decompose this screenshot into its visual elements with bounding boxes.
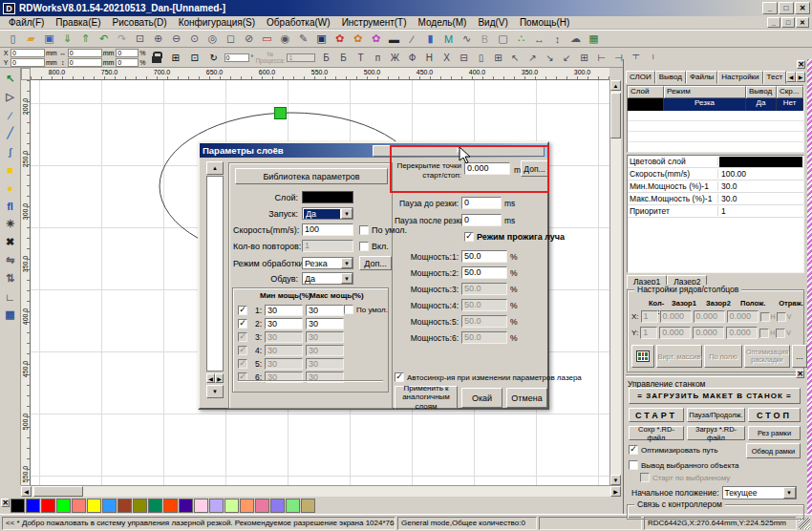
power-input[interactable]: 50.0 [461, 331, 507, 344]
minmax-default-checkbox[interactable] [344, 305, 353, 314]
output-selected-checkbox[interactable] [629, 460, 638, 470]
laser-enable-checkbox[interactable] [238, 346, 247, 355]
minimize-button[interactable]: _ [762, 2, 778, 14]
scroll-left-button[interactable] [21, 486, 32, 497]
same-size-icon[interactable]: ⊟ [455, 50, 472, 66]
scroll-down-button[interactable] [610, 475, 621, 485]
select-tool-icon[interactable]: ↖ [2, 70, 19, 88]
dim-height-icon[interactable]: ↕ [548, 31, 566, 47]
mirror-h-tool-icon[interactable]: ⇋ [2, 251, 19, 269]
new-file-icon[interactable]: ▯ [4, 31, 22, 47]
palette-swatch[interactable] [11, 499, 25, 513]
camera-icon[interactable]: ▬ [385, 31, 403, 47]
min-power-input[interactable]: 30 [265, 318, 303, 329]
min-power-input[interactable]: 30 [265, 331, 303, 343]
menu-item[interactable]: Вид(V) [472, 17, 513, 28]
bezier-tool-icon[interactable]: ʃ [2, 142, 19, 160]
min-power-input[interactable]: 30 [265, 345, 303, 356]
repeat-count-input[interactable]: 1 [302, 240, 353, 252]
layer-list[interactable] [206, 176, 224, 372]
min-power-input[interactable]: 30 [265, 358, 303, 370]
material-m-icon[interactable]: M [439, 31, 458, 47]
autosync-checkbox[interactable] [395, 372, 404, 382]
palette-swatch[interactable] [102, 499, 117, 513]
palette-swatch[interactable] [301, 499, 315, 513]
laser-pen-icon[interactable]: ∕ [403, 31, 421, 47]
palette-swatch[interactable] [26, 499, 40, 513]
laser-enable-checkbox[interactable] [238, 319, 247, 329]
start-selected-checkbox[interactable] [640, 473, 650, 482]
array-tool-icon[interactable]: ▦ [2, 306, 19, 324]
ellipse-tool-icon[interactable]: ● [2, 179, 19, 197]
green-square-shape[interactable] [274, 107, 287, 119]
layer-color-swatch[interactable] [302, 191, 353, 203]
page-setup-icon[interactable]: ⊡ [186, 50, 203, 66]
palette-swatch[interactable] [255, 499, 269, 513]
menu-item[interactable]: Правка(E) [50, 17, 106, 28]
curve-icon[interactable]: ∿ [458, 31, 476, 47]
cloud-icon[interactable]: ☁ [566, 31, 585, 47]
x-mirror-h-checkbox[interactable] [760, 312, 770, 322]
text-on-path-icon[interactable]: п [369, 50, 386, 66]
close-button[interactable]: ✕ [795, 2, 810, 14]
stop-button[interactable]: СТОП [748, 408, 801, 422]
optimize-path-checkbox[interactable] [629, 445, 638, 455]
palette-swatch[interactable] [194, 499, 208, 513]
align-top-left-icon[interactable]: ↖ [506, 50, 524, 66]
text-tool-icon[interactable]: fI [2, 197, 19, 215]
palette-swatch[interactable] [133, 499, 147, 513]
load-to-machine-button[interactable]: = ЗАГРУЗИТЬ МАКЕТ В СТАНОК = [629, 388, 801, 404]
array-preview-button[interactable] [631, 345, 654, 368]
layer-list-down-button[interactable] [206, 385, 224, 398]
layer-color-value-swatch[interactable] [719, 157, 802, 167]
palette-grid-icon[interactable]: ▦ [585, 31, 603, 47]
air-blow-select[interactable]: Да [302, 272, 353, 285]
stretch-v-icon[interactable]: ▯ [472, 50, 489, 66]
y-mirror-v-checkbox[interactable] [776, 329, 785, 338]
panel-tab[interactable]: Настройки [717, 71, 762, 84]
column-header[interactable]: Вывод [746, 86, 777, 98]
same-width-icon[interactable]: Н [420, 50, 438, 66]
node-edit-tool-icon[interactable]: ▷ [2, 88, 19, 106]
trace-frame-button[interactable]: Обвод рамки [746, 443, 801, 458]
tab-scroll-left-button[interactable] [786, 72, 796, 82]
pause-after-input[interactable]: 0 [461, 214, 502, 226]
x-gap2-input[interactable]: 0.000 [694, 310, 725, 323]
mdi-close-button[interactable]: ✕ [796, 17, 809, 28]
pick-point-icon[interactable]: ◉ [276, 31, 294, 47]
zoom-select-icon[interactable]: ⊡ [131, 31, 149, 47]
column-header[interactable]: Слой [628, 86, 664, 98]
rectangle-tool-icon[interactable]: ■ [2, 160, 19, 179]
redo-icon[interactable]: ↷ [113, 31, 131, 47]
start-button[interactable]: СТАРТ [629, 408, 684, 422]
dim-width-icon[interactable]: ↔ [530, 31, 548, 47]
output-select[interactable]: Да [302, 207, 353, 220]
line-tool-icon[interactable]: ∕ [2, 106, 19, 124]
panel-tab[interactable]: Вывод [655, 71, 686, 84]
height-percent-input[interactable]: 0 [116, 58, 139, 67]
y-count-input[interactable]: 1 [640, 327, 657, 339]
save-rd-file-button[interactable]: Сохр *.RD-файл [629, 426, 684, 440]
layer-color-swatch[interactable] [628, 98, 664, 111]
align-bottom-left-icon[interactable]: ↙ [558, 50, 575, 66]
palette-swatch[interactable] [87, 499, 101, 513]
y-gap2-input[interactable]: 0.000 [693, 327, 724, 339]
preview-monitor-icon[interactable]: ▣ [312, 31, 331, 47]
grid-snap-icon[interactable]: ⊞ [167, 50, 184, 66]
lock-proportion-icon[interactable] [148, 50, 165, 66]
power-input[interactable]: 50.0 [461, 283, 507, 295]
zoom-out-icon[interactable]: ⊖ [167, 31, 185, 47]
x-mirror-v-checkbox[interactable] [777, 312, 786, 322]
import-file-icon[interactable]: ⇓ [58, 31, 76, 47]
min-power-input[interactable]: 30 [265, 305, 303, 316]
layer-list-up-button[interactable] [206, 161, 224, 175]
menu-item[interactable]: Рисовать(D) [106, 17, 172, 28]
eraser-pen-icon[interactable]: ✎ [294, 31, 312, 47]
laser-enable-checkbox[interactable] [238, 359, 247, 369]
x-position-input[interactable]: 0 [11, 49, 45, 57]
export-file-icon[interactable]: ⇑ [76, 31, 95, 47]
y-gap1-input[interactable]: 0.000 [659, 327, 691, 339]
text-weld-icon[interactable]: Ж [386, 50, 403, 66]
rotate-icon[interactable]: ↻ [205, 50, 223, 66]
palette-swatch[interactable] [56, 499, 71, 513]
